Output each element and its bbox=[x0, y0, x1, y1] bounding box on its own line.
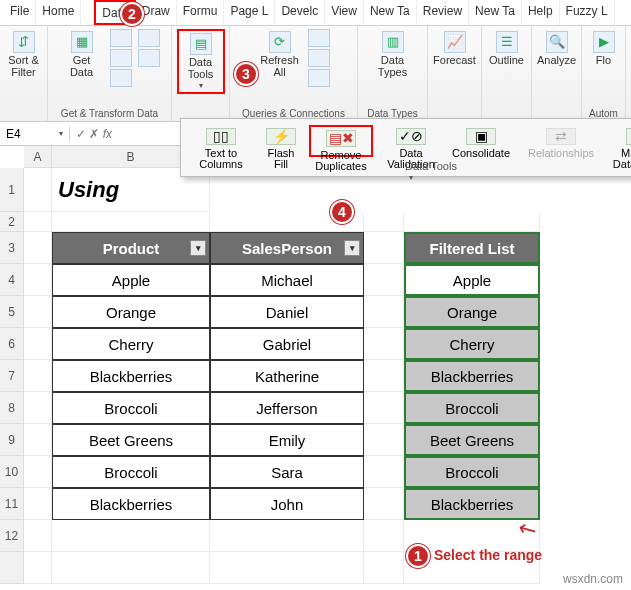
salesperson-cell[interactable]: Emily bbox=[210, 424, 364, 456]
tab-home[interactable]: Home bbox=[36, 0, 81, 25]
cell[interactable] bbox=[210, 552, 364, 584]
tab-newtab1[interactable]: New Ta bbox=[364, 0, 417, 25]
salesperson-cell[interactable]: Sara bbox=[210, 456, 364, 488]
from-table-icon[interactable] bbox=[110, 69, 132, 87]
salesperson-cell[interactable]: Jefferson bbox=[210, 392, 364, 424]
tab-review[interactable]: Review bbox=[417, 0, 469, 25]
cell[interactable] bbox=[24, 168, 52, 212]
cell[interactable] bbox=[24, 392, 52, 424]
cell[interactable] bbox=[364, 212, 404, 232]
tab-formulas[interactable]: Formu bbox=[177, 0, 225, 25]
cell[interactable] bbox=[364, 520, 404, 552]
from-text-icon[interactable] bbox=[110, 29, 132, 47]
cell[interactable] bbox=[404, 212, 540, 232]
cell[interactable] bbox=[364, 360, 404, 392]
cell[interactable] bbox=[364, 232, 404, 264]
product-cell[interactable]: Broccoli bbox=[52, 392, 210, 424]
text-to-columns-button[interactable]: ▯▯ Text to Columns bbox=[189, 125, 253, 157]
tab-newtab2[interactable]: New Ta bbox=[469, 0, 522, 25]
filtered-cell[interactable]: Orange bbox=[404, 296, 540, 328]
filtered-cell[interactable]: Cherry bbox=[404, 328, 540, 360]
flash-fill-button[interactable]: ⚡ Flash Fill bbox=[259, 125, 303, 157]
get-data-button[interactable]: ▦ Get Data bbox=[60, 29, 104, 80]
tab-file[interactable]: File bbox=[4, 0, 36, 25]
manage-data-model-button[interactable]: ◫ Manage Data Model bbox=[609, 125, 631, 157]
properties-icon[interactable] bbox=[308, 49, 330, 67]
cell[interactable] bbox=[52, 520, 210, 552]
salesperson-header[interactable]: SalesPerson ▾ bbox=[210, 232, 364, 264]
cell[interactable] bbox=[364, 424, 404, 456]
filtered-header[interactable]: Filtered List bbox=[404, 232, 540, 264]
cell[interactable] bbox=[52, 212, 210, 232]
tab-developer[interactable]: Develc bbox=[275, 0, 325, 25]
product-cell[interactable]: Cherry bbox=[52, 328, 210, 360]
sort-filter-button[interactable]: ⇵ Sort & Filter bbox=[4, 29, 43, 80]
row-header[interactable]: 8 bbox=[0, 392, 24, 424]
cell[interactable] bbox=[364, 392, 404, 424]
row-header[interactable]: 11 bbox=[0, 488, 24, 520]
outline-button[interactable]: ☰ Outline bbox=[486, 29, 527, 69]
cell[interactable] bbox=[364, 456, 404, 488]
cell[interactable] bbox=[24, 488, 52, 520]
filter-dropdown-icon[interactable]: ▾ bbox=[344, 240, 360, 256]
salesperson-cell[interactable]: John bbox=[210, 488, 364, 520]
existing-conn-icon[interactable] bbox=[138, 49, 160, 67]
filtered-cell[interactable]: Broccoli bbox=[404, 456, 540, 488]
product-cell[interactable]: Orange bbox=[52, 296, 210, 328]
refresh-all-button[interactable]: ⟳ Refresh All bbox=[258, 29, 302, 80]
data-validation-button[interactable]: ✓⊘ Data Validation ▾ bbox=[379, 125, 443, 157]
queries-icon[interactable] bbox=[308, 29, 330, 47]
edit-links-icon[interactable] bbox=[308, 69, 330, 87]
cell[interactable] bbox=[24, 212, 52, 232]
row-header[interactable] bbox=[0, 552, 24, 584]
cell[interactable] bbox=[24, 520, 52, 552]
row-header[interactable]: 12 bbox=[0, 520, 24, 552]
row-header[interactable]: 5 bbox=[0, 296, 24, 328]
product-cell[interactable]: Blackberries bbox=[52, 360, 210, 392]
fx-button[interactable]: ✓ ✗ fx bbox=[70, 127, 118, 141]
cell[interactable] bbox=[24, 424, 52, 456]
row-header[interactable]: 10 bbox=[0, 456, 24, 488]
recent-sources-icon[interactable] bbox=[138, 29, 160, 47]
analyze-button[interactable]: 🔍 Analyze bbox=[536, 29, 577, 69]
row-header[interactable]: 4 bbox=[0, 264, 24, 296]
row-header[interactable]: 6 bbox=[0, 328, 24, 360]
cell[interactable] bbox=[24, 456, 52, 488]
cell[interactable] bbox=[364, 264, 404, 296]
forecast-button[interactable]: 📈 Forecast bbox=[433, 29, 477, 69]
product-cell[interactable]: Beet Greens bbox=[52, 424, 210, 456]
data-types-button[interactable]: ▥ Data Types bbox=[371, 29, 415, 80]
name-box[interactable]: E4 ▾ bbox=[0, 127, 70, 141]
remove-duplicates-button[interactable]: ▤✖ Remove Duplicates bbox=[309, 125, 373, 157]
cell[interactable] bbox=[24, 360, 52, 392]
filter-dropdown-icon[interactable]: ▾ bbox=[190, 240, 206, 256]
col-header-a[interactable]: A bbox=[24, 146, 52, 168]
cell[interactable] bbox=[210, 520, 364, 552]
consolidate-button[interactable]: ▣ Consolidate bbox=[449, 125, 513, 157]
from-web-icon[interactable] bbox=[110, 49, 132, 67]
filtered-cell[interactable]: Blackberries bbox=[404, 488, 540, 520]
filtered-cell[interactable]: Blackberries bbox=[404, 360, 540, 392]
data-tools-button[interactable]: ▤ Data Tools ▾ bbox=[177, 29, 225, 94]
salesperson-cell[interactable]: Katherine bbox=[210, 360, 364, 392]
cell[interactable] bbox=[364, 296, 404, 328]
cell[interactable] bbox=[364, 328, 404, 360]
row-header[interactable]: 9 bbox=[0, 424, 24, 456]
cell[interactable] bbox=[24, 328, 52, 360]
filtered-cell[interactable]: Apple bbox=[404, 264, 540, 296]
row-header[interactable]: 3 bbox=[0, 232, 24, 264]
row-header[interactable]: 2 bbox=[0, 212, 24, 232]
cell[interactable] bbox=[24, 264, 52, 296]
cell[interactable] bbox=[24, 296, 52, 328]
flow-button[interactable]: ▶ Flo bbox=[586, 29, 621, 69]
salesperson-cell[interactable]: Michael bbox=[210, 264, 364, 296]
row-header[interactable]: 7 bbox=[0, 360, 24, 392]
tab-fuzzy[interactable]: Fuzzy L bbox=[560, 0, 615, 25]
cell[interactable] bbox=[364, 488, 404, 520]
tab-pagelayout[interactable]: Page L bbox=[224, 0, 275, 25]
cell[interactable] bbox=[24, 232, 52, 264]
product-header[interactable]: Product ▾ bbox=[52, 232, 210, 264]
cell[interactable] bbox=[364, 552, 404, 584]
product-cell[interactable]: Broccoli bbox=[52, 456, 210, 488]
tab-help[interactable]: Help bbox=[522, 0, 560, 25]
